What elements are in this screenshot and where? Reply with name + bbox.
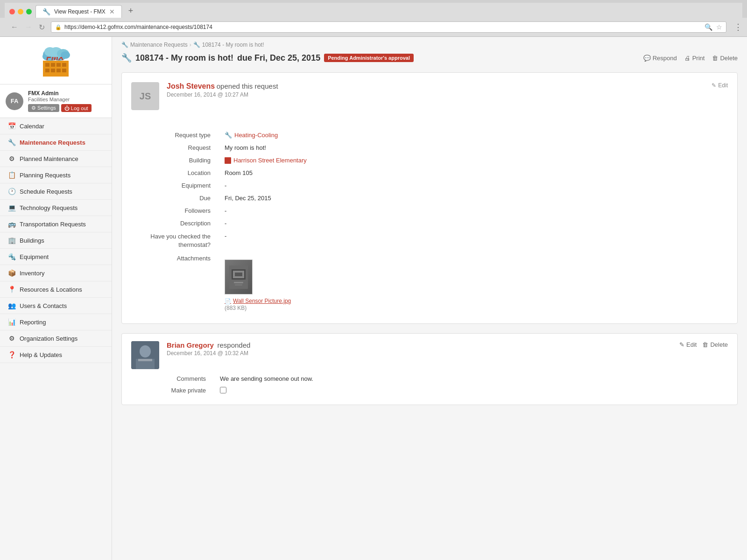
breadcrumb-wrench-icon: 🔧	[121, 42, 128, 48]
search-icon[interactable]: 🔍	[705, 23, 712, 31]
attachment-thumb-inner	[225, 260, 252, 294]
user-name: FMX Admin	[28, 90, 106, 97]
sidebar-item-calendar[interactable]: 📅 Calendar	[0, 118, 112, 134]
response-edit-label: Edit	[686, 341, 697, 348]
forward-button[interactable]: →	[22, 22, 35, 32]
sidebar-item-label: Organization Settings	[20, 335, 78, 342]
make-private-checkbox[interactable]	[220, 387, 226, 393]
attachment-link[interactable]: 📄 Wall Sensor Picture.jpg	[225, 298, 719, 304]
bookmark-icon[interactable]: ☆	[716, 23, 722, 31]
tab-close-button[interactable]: ✕	[109, 8, 115, 15]
respond-icon: 💬	[643, 55, 651, 62]
active-tab[interactable]: 🔧 View Request - FMX ✕	[35, 5, 122, 18]
minimize-dot[interactable]	[18, 9, 23, 14]
sidebar-item-org-settings[interactable]: ⚙ Organization Settings	[0, 330, 112, 347]
sidebar-item-label: Equipment	[20, 253, 49, 260]
settings-button[interactable]: ⚙ Settings	[28, 104, 59, 112]
attachments-value: 📄 Wall Sensor Picture.jpg (883 KB)	[220, 252, 723, 314]
sidebar-item-label: Planned Maintenance	[20, 155, 78, 162]
url-text: https://demo-k12.gofmx.com/maintenance-r…	[64, 24, 702, 30]
sidebar-item-schedule-requests[interactable]: 🕐 Schedule Requests	[0, 183, 112, 200]
response-delete-link[interactable]: 🗑 Delete	[702, 341, 728, 348]
page-title: 🔧 108174 - My room is hot! due Fri, Dec …	[121, 53, 414, 63]
attachment-section: 📄 Wall Sensor Picture.jpg (883 KB)	[225, 259, 719, 311]
responder-action: responded	[218, 341, 251, 349]
new-tab-button[interactable]: +	[126, 6, 136, 16]
opener-avatar: JS	[131, 82, 159, 110]
building-link[interactable]: Harrison Street Elementary	[225, 157, 719, 164]
breadcrumb-request[interactable]: 108174 - My room is hot!	[202, 42, 264, 48]
svg-rect-20	[235, 273, 242, 276]
attachment-meta: 📄 Wall Sensor Picture.jpg (883 KB)	[225, 298, 719, 311]
print-link[interactable]: 🖨 Print	[684, 55, 705, 62]
browser-menu-icon[interactable]: ⋮	[734, 22, 742, 32]
svg-rect-14	[56, 69, 61, 72]
attachment-thumbnail[interactable]	[225, 259, 253, 294]
svg-point-24	[140, 345, 151, 357]
header-actions: 💬 Respond 🖨 Print 🗑 Delete	[643, 55, 738, 62]
users-nav-icon: 👥	[7, 302, 16, 309]
response-delete-label: Delete	[710, 341, 728, 348]
user-info: FMX Admin Facilities Manager ⚙ Settings …	[28, 90, 106, 112]
edit-icon: ✎	[712, 82, 716, 89]
response-edit-icon: ✎	[679, 341, 684, 348]
back-button[interactable]: ←	[8, 22, 21, 32]
sidebar-item-maintenance-requests[interactable]: 🔧 Maintenance Requests	[0, 134, 112, 151]
sidebar-item-users-contacts[interactable]: 👥 Users & Contacts	[0, 298, 112, 314]
sidebar-item-label: Users & Contacts	[20, 302, 67, 309]
heating-cooling-icon: 🔧	[225, 132, 232, 139]
attachment-size: (883 KB)	[225, 305, 247, 311]
reload-button[interactable]: ↻	[36, 22, 47, 33]
delete-icon: 🗑	[712, 55, 718, 62]
sidebar-item-planning-requests[interactable]: 📋 Planning Requests	[0, 167, 112, 183]
request-label: Request	[136, 141, 220, 154]
comments-value: We are sending someone out now.	[215, 373, 728, 385]
sidebar-item-planned-maintenance[interactable]: ⚙ Planned Maintenance	[0, 151, 112, 167]
table-row: Due Fri, Dec 25, 2015	[136, 192, 723, 204]
sidebar-item-resources-locations[interactable]: 📍 Resources & Locations	[0, 281, 112, 298]
sidebar-item-inventory[interactable]: 📦 Inventory	[0, 265, 112, 281]
sidebar-item-label: Reporting	[20, 319, 46, 326]
sidebar-item-label: Schedule Requests	[20, 188, 72, 195]
sidebar-item-technology-requests[interactable]: 💻 Technology Requests	[0, 200, 112, 216]
request-type-label: Request type	[136, 129, 220, 141]
svg-text:FMX: FMX	[46, 57, 64, 62]
opener-name-row: Josh Stevens opened this request	[167, 82, 704, 91]
logout-button[interactable]: ⏻ Log out	[61, 104, 92, 112]
tab-bar: 🔧 View Request - FMX ✕ +	[0, 0, 747, 18]
table-row: Comments We are sending someone out now.	[131, 373, 728, 385]
address-bar-row: ← → ↻ 🔒 https://demo-k12.gofmx.com/maint…	[0, 18, 747, 37]
user-avatar: FA	[6, 92, 23, 110]
sidebar-item-label: Transportation Requests	[20, 221, 86, 228]
request-type-link[interactable]: 🔧 Heating-Cooling	[225, 132, 719, 139]
sidebar-item-transportation-requests[interactable]: 🚌 Transportation Requests	[0, 216, 112, 232]
location-label: Location	[136, 167, 220, 179]
breadcrumb-maintenance-requests[interactable]: Maintenance Requests	[130, 42, 188, 48]
maximize-dot[interactable]	[26, 9, 32, 14]
user-buttons: ⚙ Settings ⏻ Log out	[28, 104, 106, 112]
sidebar-item-equipment[interactable]: 🔩 Equipment	[0, 249, 112, 265]
laptop-nav-icon: 💻	[7, 204, 16, 211]
request-edit-button[interactable]: ✎ Edit	[712, 82, 728, 89]
response-table-wrapper: Comments We are sending someone out now.…	[122, 373, 737, 405]
equipment-nav-icon: 🔩	[7, 253, 16, 260]
close-dot[interactable]	[9, 9, 15, 14]
sidebar-item-reporting[interactable]: 📊 Reporting	[0, 314, 112, 330]
nav-menu: 📅 Calendar 🔧 Maintenance Requests ⚙ Plan…	[0, 118, 112, 560]
clipboard-nav-icon: 📋	[7, 171, 16, 179]
respond-link[interactable]: 💬 Respond	[643, 55, 677, 62]
status-badge: Pending Administrator's approval	[324, 54, 414, 62]
table-row: Request type 🔧 Heating-Cooling	[136, 129, 723, 141]
response-card-header: Brian Gregory responded December 16, 201…	[122, 334, 737, 373]
sidebar-item-help-updates[interactable]: ❓ Help & Updates	[0, 347, 112, 363]
svg-rect-13	[51, 69, 55, 72]
address-icons: 🔍 ☆	[705, 23, 722, 31]
request-type-value: 🔧 Heating-Cooling	[220, 129, 723, 141]
user-role: Facilities Manager	[28, 97, 106, 102]
opener-action-text: opened this request	[217, 82, 278, 90]
response-edit-link[interactable]: ✎ Edit	[679, 341, 697, 348]
sidebar-item-buildings[interactable]: 🏢 Buildings	[0, 232, 112, 249]
app-layout: FMX FA FMX Admin Facilities Manager ⚙ Se…	[0, 37, 747, 560]
delete-link[interactable]: 🗑 Delete	[712, 55, 738, 62]
address-bar[interactable]: 🔒 https://demo-k12.gofmx.com/maintenance…	[51, 21, 726, 33]
